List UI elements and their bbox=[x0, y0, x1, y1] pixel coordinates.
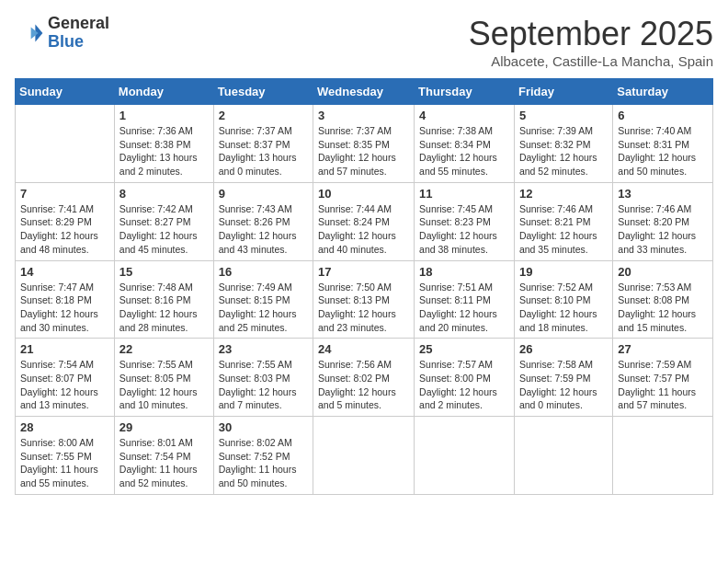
calendar-cell bbox=[613, 417, 713, 495]
week-row-5: 28Sunrise: 8:00 AMSunset: 7:55 PMDayligh… bbox=[16, 417, 713, 495]
logo: General Blue bbox=[15, 15, 109, 52]
title-section: September 2025 Albacete, Castille-La Man… bbox=[469, 15, 713, 69]
calendar-cell: 25Sunrise: 7:57 AMSunset: 8:00 PMDayligh… bbox=[415, 339, 515, 417]
calendar-cell: 8Sunrise: 7:42 AMSunset: 8:27 PMDaylight… bbox=[114, 182, 213, 260]
day-info: Sunrise: 8:01 AMSunset: 7:54 PMDaylight:… bbox=[119, 436, 209, 490]
day-info: Sunrise: 7:40 AMSunset: 8:31 PMDaylight:… bbox=[618, 124, 708, 178]
day-info: Sunrise: 7:48 AMSunset: 8:16 PMDaylight:… bbox=[119, 281, 209, 335]
logo-text: General Blue bbox=[48, 15, 109, 52]
day-number: 10 bbox=[318, 187, 409, 201]
week-row-2: 7Sunrise: 7:41 AMSunset: 8:29 PMDaylight… bbox=[16, 182, 713, 260]
calendar-cell: 16Sunrise: 7:49 AMSunset: 8:15 PMDayligh… bbox=[213, 260, 313, 339]
day-number: 5 bbox=[519, 109, 608, 122]
header-tuesday: Tuesday bbox=[213, 79, 313, 105]
day-info: Sunrise: 7:45 AMSunset: 8:23 PMDaylight:… bbox=[419, 202, 509, 257]
day-info: Sunrise: 7:54 AMSunset: 8:07 PMDaylight:… bbox=[20, 358, 109, 412]
day-number: 11 bbox=[419, 187, 509, 201]
logo-icon bbox=[15, 18, 44, 48]
calendar-cell bbox=[415, 417, 515, 495]
calendar-cell: 17Sunrise: 7:50 AMSunset: 8:13 PMDayligh… bbox=[313, 260, 415, 339]
day-number: 18 bbox=[419, 265, 509, 279]
calendar-cell: 6Sunrise: 7:40 AMSunset: 8:31 PMDaylight… bbox=[613, 105, 713, 183]
day-info: Sunrise: 7:44 AMSunset: 8:24 PMDaylight:… bbox=[318, 202, 409, 257]
week-row-3: 14Sunrise: 7:47 AMSunset: 8:18 PMDayligh… bbox=[16, 260, 713, 339]
day-info: Sunrise: 7:37 AMSunset: 8:37 PMDaylight:… bbox=[219, 124, 308, 178]
day-number: 3 bbox=[318, 109, 409, 122]
calendar-cell: 7Sunrise: 7:41 AMSunset: 8:29 PMDaylight… bbox=[16, 182, 115, 260]
day-number: 26 bbox=[519, 342, 608, 356]
month-title: September 2025 bbox=[469, 15, 713, 53]
day-number: 28 bbox=[20, 420, 109, 434]
calendar-cell: 4Sunrise: 7:38 AMSunset: 8:34 PMDaylight… bbox=[415, 105, 515, 183]
day-number: 17 bbox=[318, 265, 409, 279]
day-number: 15 bbox=[119, 265, 209, 279]
day-number: 16 bbox=[219, 265, 308, 279]
calendar-cell: 24Sunrise: 7:56 AMSunset: 8:02 PMDayligh… bbox=[313, 339, 415, 417]
calendar-cell: 12Sunrise: 7:46 AMSunset: 8:21 PMDayligh… bbox=[514, 182, 612, 260]
calendar-cell: 1Sunrise: 7:36 AMSunset: 8:38 PMDaylight… bbox=[114, 105, 213, 183]
calendar-cell: 22Sunrise: 7:55 AMSunset: 8:05 PMDayligh… bbox=[114, 339, 213, 417]
day-number: 13 bbox=[618, 187, 708, 201]
day-number: 6 bbox=[618, 109, 708, 122]
calendar-cell: 9Sunrise: 7:43 AMSunset: 8:26 PMDaylight… bbox=[213, 182, 313, 260]
day-number: 24 bbox=[318, 342, 409, 356]
calendar-cell bbox=[16, 105, 115, 183]
day-info: Sunrise: 7:53 AMSunset: 8:08 PMDaylight:… bbox=[618, 281, 708, 335]
day-number: 19 bbox=[519, 265, 608, 279]
day-info: Sunrise: 7:42 AMSunset: 8:27 PMDaylight:… bbox=[119, 202, 209, 257]
calendar-cell: 26Sunrise: 7:58 AMSunset: 7:59 PMDayligh… bbox=[514, 339, 612, 417]
week-row-4: 21Sunrise: 7:54 AMSunset: 8:07 PMDayligh… bbox=[16, 339, 713, 417]
location: Albacete, Castille-La Mancha, Spain bbox=[469, 53, 713, 69]
calendar-cell: 3Sunrise: 7:37 AMSunset: 8:35 PMDaylight… bbox=[313, 105, 415, 183]
day-info: Sunrise: 7:50 AMSunset: 8:13 PMDaylight:… bbox=[318, 281, 409, 335]
day-info: Sunrise: 7:39 AMSunset: 8:32 PMDaylight:… bbox=[519, 124, 608, 178]
day-number: 25 bbox=[419, 342, 509, 356]
day-number: 7 bbox=[20, 187, 109, 201]
calendar-cell: 5Sunrise: 7:39 AMSunset: 8:32 PMDaylight… bbox=[514, 105, 612, 183]
day-info: Sunrise: 8:00 AMSunset: 7:55 PMDaylight:… bbox=[20, 436, 109, 490]
day-info: Sunrise: 7:57 AMSunset: 8:00 PMDaylight:… bbox=[419, 358, 509, 412]
day-number: 8 bbox=[119, 187, 209, 201]
calendar-cell bbox=[514, 417, 612, 495]
calendar-cell: 27Sunrise: 7:59 AMSunset: 7:57 PMDayligh… bbox=[613, 339, 713, 417]
day-number: 21 bbox=[20, 342, 109, 356]
calendar-cell: 14Sunrise: 7:47 AMSunset: 8:18 PMDayligh… bbox=[16, 260, 115, 339]
calendar-cell: 19Sunrise: 7:52 AMSunset: 8:10 PMDayligh… bbox=[514, 260, 612, 339]
calendar-cell: 11Sunrise: 7:45 AMSunset: 8:23 PMDayligh… bbox=[415, 182, 515, 260]
header-thursday: Thursday bbox=[415, 79, 515, 105]
calendar-cell: 18Sunrise: 7:51 AMSunset: 8:11 PMDayligh… bbox=[415, 260, 515, 339]
header-friday: Friday bbox=[514, 79, 612, 105]
day-info: Sunrise: 7:49 AMSunset: 8:15 PMDaylight:… bbox=[219, 281, 308, 335]
week-row-1: 1Sunrise: 7:36 AMSunset: 8:38 PMDaylight… bbox=[16, 105, 713, 183]
calendar-cell: 29Sunrise: 8:01 AMSunset: 7:54 PMDayligh… bbox=[114, 417, 213, 495]
day-info: Sunrise: 7:52 AMSunset: 8:10 PMDaylight:… bbox=[519, 281, 608, 335]
day-number: 1 bbox=[119, 109, 209, 122]
day-info: Sunrise: 8:02 AMSunset: 7:52 PMDaylight:… bbox=[219, 436, 308, 490]
day-info: Sunrise: 7:59 AMSunset: 7:57 PMDaylight:… bbox=[618, 358, 708, 412]
logo-general: General bbox=[48, 15, 109, 33]
day-number: 9 bbox=[219, 187, 308, 201]
calendar-cell: 30Sunrise: 8:02 AMSunset: 7:52 PMDayligh… bbox=[213, 417, 313, 495]
day-number: 30 bbox=[219, 420, 308, 434]
calendar-cell: 15Sunrise: 7:48 AMSunset: 8:16 PMDayligh… bbox=[114, 260, 213, 339]
header-row: SundayMondayTuesdayWednesdayThursdayFrid… bbox=[16, 79, 713, 105]
calendar-cell: 20Sunrise: 7:53 AMSunset: 8:08 PMDayligh… bbox=[613, 260, 713, 339]
calendar-cell: 21Sunrise: 7:54 AMSunset: 8:07 PMDayligh… bbox=[16, 339, 115, 417]
calendar-cell: 10Sunrise: 7:44 AMSunset: 8:24 PMDayligh… bbox=[313, 182, 415, 260]
day-number: 27 bbox=[618, 342, 708, 356]
day-info: Sunrise: 7:43 AMSunset: 8:26 PMDaylight:… bbox=[219, 202, 308, 257]
day-info: Sunrise: 7:47 AMSunset: 8:18 PMDaylight:… bbox=[20, 281, 109, 335]
day-number: 29 bbox=[119, 420, 209, 434]
calendar-cell bbox=[313, 417, 415, 495]
day-info: Sunrise: 7:56 AMSunset: 8:02 PMDaylight:… bbox=[318, 358, 409, 412]
day-info: Sunrise: 7:41 AMSunset: 8:29 PMDaylight:… bbox=[20, 202, 109, 257]
day-info: Sunrise: 7:36 AMSunset: 8:38 PMDaylight:… bbox=[119, 124, 209, 178]
day-info: Sunrise: 7:58 AMSunset: 7:59 PMDaylight:… bbox=[519, 358, 608, 412]
day-info: Sunrise: 7:55 AMSunset: 8:05 PMDaylight:… bbox=[119, 358, 209, 412]
day-number: 14 bbox=[20, 265, 109, 279]
header-sunday: Sunday bbox=[16, 79, 115, 105]
calendar-cell: 28Sunrise: 8:00 AMSunset: 7:55 PMDayligh… bbox=[16, 417, 115, 495]
day-info: Sunrise: 7:55 AMSunset: 8:03 PMDaylight:… bbox=[219, 358, 308, 412]
day-number: 20 bbox=[618, 265, 708, 279]
calendar-cell: 2Sunrise: 7:37 AMSunset: 8:37 PMDaylight… bbox=[213, 105, 313, 183]
